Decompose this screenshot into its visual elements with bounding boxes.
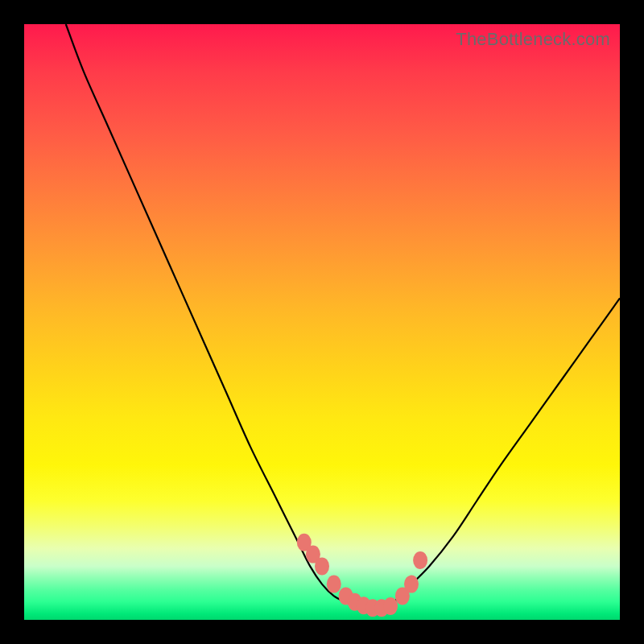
- plot-area: TheBottleneck.com: [24, 24, 620, 620]
- curve-layer: [24, 24, 620, 620]
- highlight-marker: [315, 557, 329, 575]
- bottleneck-curve: [66, 24, 620, 608]
- highlight-marker: [327, 576, 341, 593]
- highlight-marker: [413, 551, 427, 569]
- highlight-marker: [383, 597, 398, 615]
- chart-frame: TheBottleneck.com: [0, 0, 644, 644]
- highlight-marker: [404, 576, 419, 593]
